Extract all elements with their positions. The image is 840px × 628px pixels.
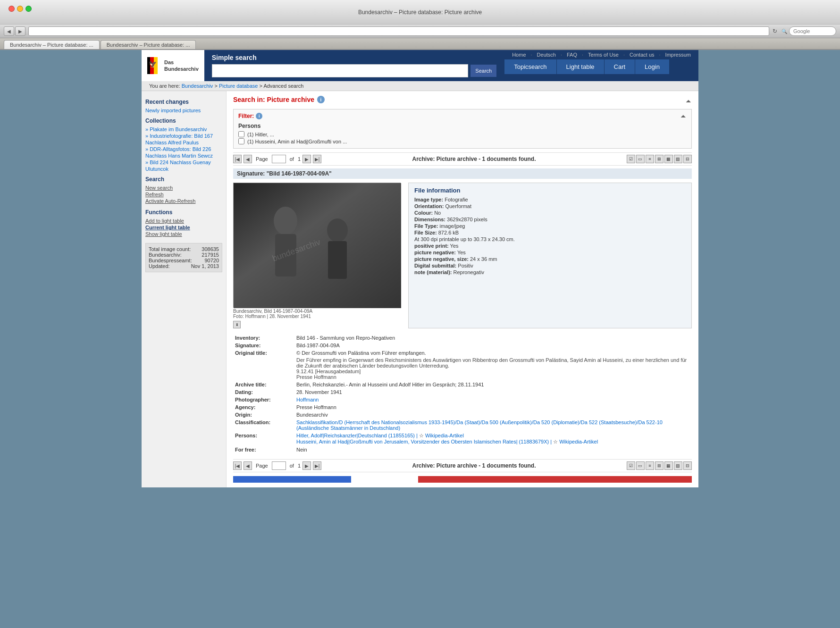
file-info-print-size: At 300 dpi printable up to 30.73 x 24.30… xyxy=(414,236,686,242)
progress-gap xyxy=(351,476,418,483)
file-info-file-type: File Type: image/jpeg xyxy=(414,223,686,229)
stat-bundesarchiv-val: 217915 xyxy=(202,252,219,258)
next-page-btn[interactable]: ▶ xyxy=(302,155,311,163)
address-bar: http://www.bild.bundesarchiv.de/archives… xyxy=(28,26,779,36)
sidebar-show-light-table[interactable]: Show light table xyxy=(145,231,182,237)
view-icon-bottom-2[interactable]: ▭ xyxy=(636,461,645,470)
filter-checkbox-2[interactable] xyxy=(238,138,244,144)
view-icon-6[interactable]: ▨ xyxy=(674,155,682,163)
view-icon-5[interactable]: ▦ xyxy=(664,155,673,163)
metadata-table: Inventory: Bild 146 - Sammlung von Repro… xyxy=(233,334,692,453)
view-icon-bottom-1[interactable]: ☑ xyxy=(627,461,635,470)
reload-button[interactable]: ↻ xyxy=(771,27,779,35)
sidebar-item-bild224[interactable]: » Bild 224 Nachlass Guenay xyxy=(145,159,222,166)
total-pages-top: 1 xyxy=(298,156,301,162)
persons-row2-wiki[interactable]: Wikipedia-Artikel xyxy=(559,439,598,444)
last-page-btn[interactable]: ▶| xyxy=(313,155,321,163)
top-link-terms[interactable]: Terms of Use xyxy=(588,52,619,58)
browser-tab-1[interactable]: Bundesarchiv – Picture database: ... xyxy=(4,40,100,49)
tab-cart[interactable]: Cart xyxy=(605,59,636,74)
sidebar-item-nachlass-sewcz[interactable]: Nachlass Hans Martin Sewcz xyxy=(145,152,222,159)
view-icon-bottom-7[interactable]: ⊟ xyxy=(683,461,692,470)
top-link-deutsch[interactable]: Deutsch xyxy=(537,52,556,58)
sidebar-new-search[interactable]: New search xyxy=(145,184,173,191)
top-links: Home · Deutsch · FAQ · Terms of Use · Co… xyxy=(504,50,698,59)
top-link-home[interactable]: Home xyxy=(512,52,526,58)
top-link-impressum[interactable]: Impressum xyxy=(665,52,691,58)
view-icon-bottom-4[interactable]: ⊞ xyxy=(655,461,664,470)
persons-row2-link[interactable]: Husseini, Amin al Hadj|Großmufti von Jer… xyxy=(296,439,552,444)
next-page-btn-bottom[interactable]: ▶ xyxy=(302,461,311,470)
view-icon-7[interactable]: ⊟ xyxy=(683,155,692,163)
breadcrumb-picture-database[interactable]: Picture database xyxy=(219,83,258,89)
collapse-icon[interactable]: ⏶ xyxy=(685,97,692,105)
filter-collapse-icon[interactable]: ⏶ xyxy=(680,112,687,120)
original-title-label: Original title: xyxy=(233,349,294,381)
page-input-top[interactable]: 1 xyxy=(272,155,286,163)
tab-light-table[interactable]: Light table xyxy=(557,59,605,74)
sidebar-refresh[interactable]: Refresh xyxy=(145,191,164,198)
inventory-value: Bild 146 - Sammlung von Repro-Negativen xyxy=(294,334,692,342)
agency-value: Presse Hoffmann xyxy=(294,403,692,411)
classification-link[interactable]: Sachklassifikation/D (Herrschaft des Nat… xyxy=(296,419,663,431)
image-info-area: bundesarchiv Bundesarchiv, Bild 146-1987… xyxy=(233,183,692,328)
photographer-value: Hoffmann xyxy=(294,396,692,403)
logo-text: Das Bundesarchiv xyxy=(164,59,199,73)
view-icon-2[interactable]: ▭ xyxy=(636,155,645,163)
breadcrumb-home[interactable]: Bundesarchiv xyxy=(182,83,213,89)
back-button[interactable]: ◀ xyxy=(4,26,14,36)
view-icon-bottom-3[interactable]: ≡ xyxy=(646,461,654,470)
last-page-btn-bottom[interactable]: ▶| xyxy=(313,461,321,470)
view-icon-4[interactable]: ⊞ xyxy=(655,155,664,163)
top-link-faq[interactable]: FAQ xyxy=(567,52,577,58)
archive-title-value: Berlin, Reichskanzlei.- Amin al Husseini… xyxy=(294,381,692,388)
sidebar-item-ulutuncok[interactable]: Ulutuncok xyxy=(145,166,222,172)
sidebar-item-ddr[interactable]: » DDR-Alltagsfotos: Bild 226 xyxy=(145,146,222,152)
close-button[interactable] xyxy=(8,6,15,12)
view-icon-bottom-6[interactable]: ▨ xyxy=(674,461,682,470)
sidebar-item-newly-imported[interactable]: Newly imported pictures xyxy=(145,107,222,114)
sidebar-item-nachlass-paulus[interactable]: Nachlass Alfred Paulus xyxy=(145,139,222,146)
sidebar-add-to-light-table[interactable]: Add to light table xyxy=(145,218,184,224)
filter-checkbox-1[interactable] xyxy=(238,131,244,137)
search-in-title: Search in: Picture archive i xyxy=(233,96,325,103)
persons-row1-wiki[interactable]: Wikipedia-Artikel xyxy=(425,433,464,438)
forward-button[interactable]: ▶ xyxy=(15,26,25,36)
total-pages-bottom: 1 xyxy=(298,463,301,469)
tab-topicsearch[interactable]: Topicsearch xyxy=(504,59,556,74)
address-input[interactable]: http://www.bild.bundesarchiv.de/archives… xyxy=(28,26,769,36)
sidebar-item-plakate[interactable]: » Plakate im Bundesarchiv xyxy=(145,126,222,133)
sidebar-item-industrie[interactable]: » Industriefotografie: Bild 167 xyxy=(145,133,222,139)
view-icon-1[interactable]: ☑ xyxy=(627,155,635,163)
for-free-label: For free: xyxy=(233,446,294,453)
tab-login[interactable]: Login xyxy=(635,59,670,74)
sidebar-activate-auto-refresh[interactable]: Activate Auto-Refresh xyxy=(145,198,195,204)
search-info-icon[interactable]: i xyxy=(317,96,325,103)
photographer-link[interactable]: Hoffmann xyxy=(296,397,319,402)
persons-title: Persons xyxy=(238,123,687,129)
persons-row1-link[interactable]: Hitler, Adolf|Reichskanzler|Deutschland … xyxy=(296,433,418,438)
breadcrumb-current: Advanced search xyxy=(263,83,303,89)
sidebar-current-light-table[interactable]: Current light table xyxy=(145,225,190,230)
image-actions: ⬇ xyxy=(233,321,401,328)
progress-blue xyxy=(233,476,351,483)
browser-search-input[interactable] xyxy=(789,26,836,36)
view-icon-bottom-5[interactable]: ▦ xyxy=(664,461,673,470)
download-icon[interactable]: ⬇ xyxy=(233,321,241,328)
view-icon-3[interactable]: ≡ xyxy=(646,155,654,163)
minimize-button[interactable] xyxy=(17,6,23,12)
page-input-bottom[interactable]: 1 xyxy=(272,461,286,470)
prev-page-btn-bottom[interactable]: ◀ xyxy=(244,461,252,470)
main-container: 🦅 Das Bundesarchiv Simple search Search … xyxy=(142,50,698,487)
main-search-input[interactable] xyxy=(212,64,469,77)
browser-tab-2[interactable]: Bundesarchiv – Picture database: ... xyxy=(101,40,196,49)
metadata-row-inventory: Inventory: Bild 146 - Sammlung von Repro… xyxy=(233,334,692,342)
prev-page-btn[interactable]: ◀ xyxy=(244,155,252,163)
filter-info-icon[interactable]: i xyxy=(256,113,262,119)
first-page-btn[interactable]: |◀ xyxy=(233,155,242,163)
search-button[interactable]: Search xyxy=(470,64,497,77)
classification-value: Sachklassifikation/D (Herrschaft des Nat… xyxy=(294,419,692,432)
maximize-button[interactable] xyxy=(25,6,32,12)
first-page-btn-bottom[interactable]: |◀ xyxy=(233,461,242,470)
top-link-contact[interactable]: Contact us xyxy=(630,52,655,58)
